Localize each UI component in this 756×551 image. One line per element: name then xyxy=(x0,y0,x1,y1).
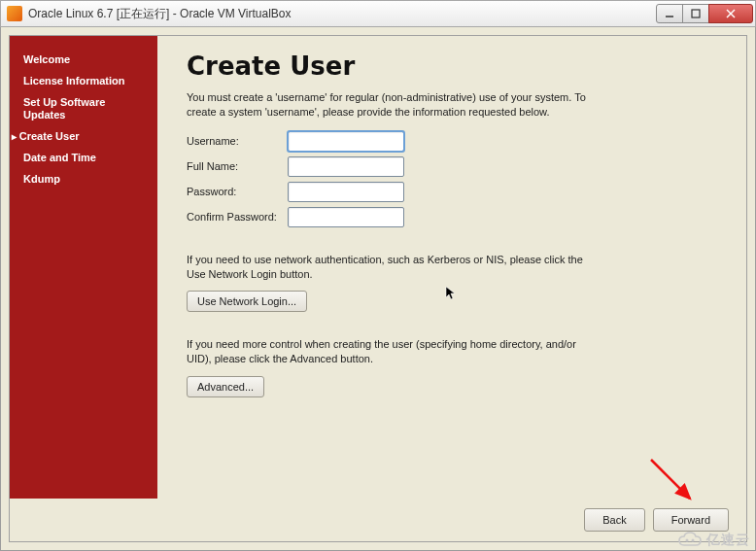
sidebar-item-create-user[interactable]: Create User xyxy=(23,126,148,148)
username-input[interactable] xyxy=(288,131,404,152)
forward-button[interactable]: Forward xyxy=(653,508,729,532)
window-titlebar: Oracle Linux 6.7 [正在运行] - Oracle VM Virt… xyxy=(0,0,756,27)
svg-point-5 xyxy=(686,539,689,542)
mouse-cursor-icon xyxy=(445,286,457,301)
svg-point-6 xyxy=(692,539,695,542)
window-title: Oracle Linux 6.7 [正在运行] - Oracle VM Virt… xyxy=(28,6,657,22)
maximize-button[interactable] xyxy=(682,4,709,23)
page-title: Create User xyxy=(187,52,717,81)
watermark: 亿速云 xyxy=(677,532,750,549)
window-controls xyxy=(657,4,753,23)
cloud-icon xyxy=(677,532,703,549)
minimize-button[interactable] xyxy=(656,4,683,23)
installer-window: Welcome License Information Set Up Softw… xyxy=(9,35,747,542)
fullname-input[interactable] xyxy=(288,156,404,177)
password-label: Password: xyxy=(187,186,288,197)
content-area: Create User You must create a 'username'… xyxy=(157,36,746,499)
confirm-password-label: Confirm Password: xyxy=(187,211,288,223)
intro-text: You must create a 'username' for regular… xyxy=(187,90,595,120)
vm-frame: Welcome License Information Set Up Softw… xyxy=(0,27,756,551)
use-network-login-button[interactable]: Use Network Login... xyxy=(187,291,307,312)
sidebar-item-updates[interactable]: Set Up Software Updates xyxy=(23,92,148,127)
virtualbox-icon xyxy=(7,6,22,21)
username-label: Username: xyxy=(187,135,288,147)
sidebar-item-license[interactable]: License Information xyxy=(23,71,148,92)
password-input[interactable] xyxy=(288,182,404,202)
sidebar: Welcome License Information Set Up Softw… xyxy=(10,36,157,499)
sidebar-item-kdump[interactable]: Kdump xyxy=(23,169,148,190)
advanced-text: If you need more control when creating t… xyxy=(187,337,595,366)
watermark-text: 亿速云 xyxy=(706,532,750,549)
close-button[interactable] xyxy=(708,4,753,23)
sidebar-item-welcome[interactable]: Welcome xyxy=(23,50,148,71)
advanced-button[interactable]: Advanced... xyxy=(187,376,264,397)
back-button[interactable]: Back xyxy=(584,508,644,532)
footer: Back Forward xyxy=(10,499,746,541)
sidebar-item-date-time[interactable]: Date and Time xyxy=(23,148,148,169)
svg-rect-1 xyxy=(692,10,700,17)
confirm-password-input[interactable] xyxy=(288,207,404,227)
network-login-text: If you need to use network authenticatio… xyxy=(187,253,595,282)
fullname-label: Full Name: xyxy=(187,160,288,172)
